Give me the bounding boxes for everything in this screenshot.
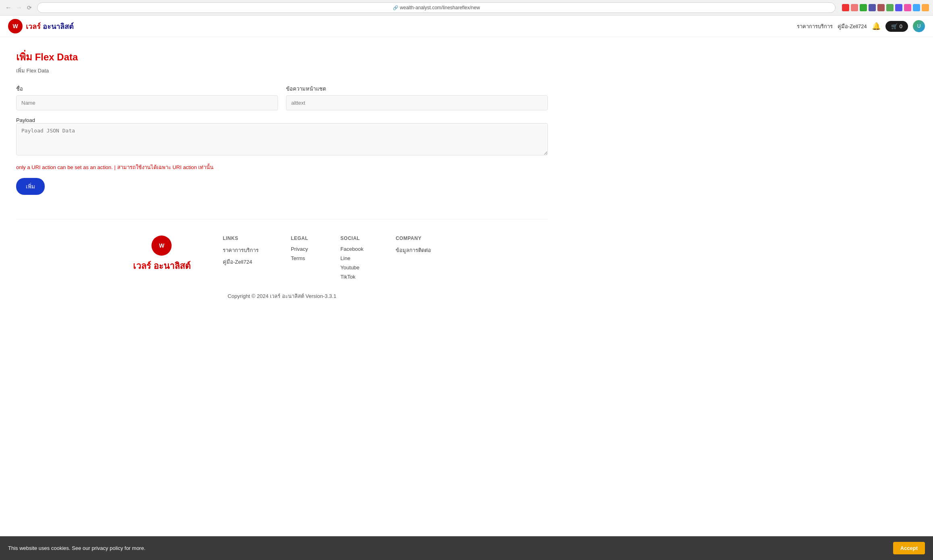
bell-button[interactable]: 🔔 (872, 22, 881, 31)
guide-link[interactable]: คู่มือ-Zell724 (838, 22, 867, 31)
nav-buttons: ← → ⟳ (4, 3, 34, 12)
brand-logo: W (8, 19, 23, 33)
ext-icon-2 (851, 4, 858, 11)
footer: W เวลร์ อะนาลิสต์ LINKS ราคาการบริการ คู… (16, 219, 548, 308)
ext-icon-5 (877, 4, 885, 11)
footer-legal-col: LEGAL Privacy Terms (291, 236, 308, 280)
ext-icon-6 (886, 4, 894, 11)
navbar: W เวลร์ อะนาลิสต์ ราคาการบริการ คู่มือ-Z… (0, 16, 933, 37)
company-title: COMPANY (396, 236, 431, 241)
footer-links-col: LINKS ราคาการบริการ คู่มือ-Zell724 (223, 236, 259, 280)
ext-icon-7 (895, 4, 902, 11)
footer-facebook-link[interactable]: Facebook (340, 246, 363, 252)
ext-icon-10 (922, 4, 929, 11)
footer-pricing-link[interactable]: ราคาการบริการ (223, 246, 259, 254)
footer-company-col: COMPANY ข้อมูลการติดต่อ (396, 236, 431, 280)
legal-title: LEGAL (291, 236, 308, 241)
browser-chrome: ← → ⟳ 🔗 wealth-analyst.com/lineshareflex… (0, 0, 933, 16)
footer-inner: W เวลร์ อะนาลิสต์ LINKS ราคาการบริการ คู… (24, 236, 540, 280)
cart-button[interactable]: 🛒 0 (885, 21, 908, 32)
alttext-field: ข้อความหน้าแชต (286, 85, 548, 110)
links-title: LINKS (223, 236, 259, 241)
address-bar[interactable]: 🔗 wealth-analyst.com/lineshareflex/new (37, 2, 836, 13)
payload-section: Payload (16, 117, 548, 157)
back-button[interactable]: ← (4, 3, 13, 12)
refresh-button[interactable]: ⟳ (25, 3, 34, 12)
footer-guide-link[interactable]: คู่มือ-Zell724 (223, 258, 259, 266)
brand-name: เวลร์ อะนาลิสต์ (26, 21, 74, 32)
pricing-link[interactable]: ราคาการบริการ (797, 22, 833, 31)
submit-button[interactable]: เพิ่ม (16, 178, 45, 195)
ext-icon-9 (913, 4, 920, 11)
name-alttext-row: ชื่อ ข้อความหน้าแชต (16, 85, 548, 110)
footer-line-link[interactable]: Line (340, 255, 363, 261)
name-input[interactable] (16, 95, 278, 110)
extensions-area (842, 4, 929, 11)
ext-icon-3 (860, 4, 867, 11)
form-section: ชื่อ ข้อความหน้าแชต Payload only a URI a… (16, 85, 548, 195)
name-label: ชื่อ (16, 85, 278, 93)
page-content: เพิ่ม Flex Data เพิ่ม Flex Data ชื่อ ข้อ… (0, 37, 564, 320)
alttext-input[interactable] (286, 95, 548, 110)
payload-textarea[interactable] (16, 123, 548, 155)
footer-brand: W เวลร์ อะนาลิสต์ (133, 236, 191, 280)
url-text: wealth-analyst.com/lineshareflex/new (400, 5, 480, 10)
footer-social-col: SOCIAL Facebook Line Youtube TikTok (340, 236, 363, 280)
forward-button[interactable]: → (15, 3, 23, 12)
avatar[interactable]: U (913, 20, 925, 32)
name-field: ชื่อ (16, 85, 278, 110)
footer-logo: W (151, 236, 172, 256)
cart-count: 0 (900, 23, 902, 29)
footer-contact-link[interactable]: ข้อมูลการติดต่อ (396, 246, 431, 254)
social-title: SOCIAL (340, 236, 363, 241)
footer-youtube-link[interactable]: Youtube (340, 265, 363, 271)
navbar-right: ราคาการบริการ คู่มือ-Zell724 🔔 🛒 0 U (797, 20, 925, 32)
footer-privacy-link[interactable]: Privacy (291, 246, 308, 252)
lock-icon: 🔗 (393, 5, 398, 10)
ext-icon-4 (869, 4, 876, 11)
footer-terms-link[interactable]: Terms (291, 255, 308, 261)
footer-tiktok-link[interactable]: TikTok (340, 274, 363, 280)
page-title: เพิ่ม Flex Data (16, 49, 548, 65)
breadcrumb: เพิ่ม Flex Data (16, 66, 548, 75)
footer-brand-name: เวลร์ อะนาลิสต์ (133, 259, 191, 273)
footer-copyright: Copyright © 2024 เวลร์ อะนาลิสต์ Version… (24, 292, 540, 300)
alttext-label: ข้อความหน้าแชต (286, 85, 548, 93)
warning-text: only a URI action can be set as an actio… (16, 163, 548, 172)
payload-label: Payload (16, 117, 35, 123)
brand: W เวลร์ อะนาลิสต์ (8, 19, 74, 33)
ext-icon-8 (904, 4, 911, 11)
ext-icon-1 (842, 4, 849, 11)
